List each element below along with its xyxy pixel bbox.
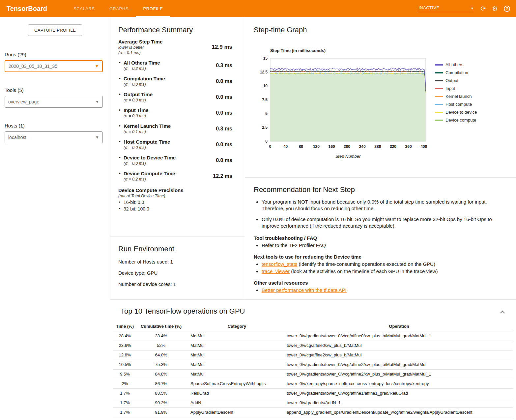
legend-item: All others [435,62,477,67]
metric-left: Device to Device Time(σ = 0.0 ms) [118,155,176,166]
svg-text:240: 240 [359,144,366,149]
tool-suggestion-item: trace_viewer (look at the activities on … [262,268,507,274]
metric-left: Device Compute Time(σ = 0.2 ms) [118,171,175,182]
operation-cell: tower_0/v/gradients/tower_0/v/cg/affine2… [285,369,513,379]
metric-sigma: (σ = 0.0 ms) [124,145,170,150]
svg-text:360: 360 [405,144,412,149]
legend-item: Output [435,78,477,83]
category-cell: SparseSoftmaxCrossEntropyWithLogits [186,379,285,388]
table-row: 9.5%84.8%MatMultower_0/v/gradients/tower… [113,369,513,379]
legend-swatch [435,112,443,113]
time-cell: 23.6% [113,341,136,350]
category-cell: MatMul [186,331,285,341]
tab-graphs[interactable]: GRAPHS [102,0,136,17]
metric-left: All Others Time(σ = 0.2 ms) [118,60,160,71]
top-ops-section: Top 10 TensorFlow operations on GPU Time… [110,299,516,417]
metric-value: 0.0 ms [216,142,232,148]
time-cell: 10.5% [113,360,136,369]
operation-cell: tower_0/v/gradients/AddN_1 [285,398,513,407]
metric-label: All Others Time [124,60,160,66]
run-environment-lines: Number of Hosts used: 1Device type: GPUN… [118,259,237,287]
cumulative-cell: 84.8% [136,369,186,379]
tab-bar: SCALARS GRAPHS PROFILE [66,0,170,17]
time-cell: 2% [113,379,136,388]
metric-sigma: (σ = 0.0 ms) [124,114,149,118]
svg-text:120: 120 [313,144,320,149]
metric-label: Device to Device Time [124,155,176,160]
status-dropdown-value: INACTIVE [418,5,439,10]
precisions-note: (out of Total Device Time) [118,194,237,198]
gear-icon[interactable]: ⚙ [492,5,498,12]
legend-label: Compilation [445,70,468,75]
runs-select[interactable]: 2020_03_05_18_31_35 ▼ [5,60,103,72]
legend-label: Host compute [445,102,472,107]
cumulative-cell: 52% [136,341,186,350]
svg-text:15: 15 [263,56,268,61]
category-cell: ApplyGradientDescent [186,407,285,417]
metric-value: 0.0 ms [216,78,232,84]
metrics-list: All Others Time(σ = 0.2 ms)0.3 msCompila… [118,60,237,182]
legend-label: Output [445,78,458,83]
operation-cell: tower_0/v/gradients/tower_0/v/cg/affine2… [285,360,513,369]
time-cell: 1.7% [113,388,136,398]
tools-label: Tools (5) [5,87,110,93]
cumulative-header: Cumulative time (%) [136,322,186,331]
tab-scalars[interactable]: SCALARS [66,0,102,17]
tfdata-performance-link[interactable]: Better performance with the tf.data API [262,287,347,293]
svg-text:0: 0 [269,144,272,149]
cumulative-cell: 88.5% [136,388,186,398]
metric-row: Output Time(σ = 0.0 ms)0.0 ms [118,92,237,102]
runs-label: Runs (29) [5,52,110,57]
legend-swatch [435,88,443,89]
next-tools-heading: Next tools to use for reducing the Devic… [254,254,507,260]
tool-link[interactable]: trace_viewer [262,268,290,274]
metric-left: Kernel Launch Time(σ = 0.1 ms) [118,123,171,134]
metric-left: Host Compute Time(σ = 0.0 ms) [118,139,170,150]
tab-profile[interactable]: PROFILE [136,0,170,17]
legend-swatch [435,72,443,73]
tool-link[interactable]: tensorflow_stats [262,261,297,267]
tool-link-description: (look at the activities on the timeline … [290,268,438,274]
legend-label: Kernel launch [445,94,472,99]
legend-label: Device to device [445,110,477,115]
collapse-section-button[interactable] [499,309,506,316]
metric-sigma: (σ = 0.1 ms) [124,129,171,134]
faq-list: Refer to the TF2 Profiler FAQ [262,242,507,248]
precision-item: 32-bit: 100.0 [118,206,237,211]
refresh-icon[interactable]: ⟳ [480,5,486,12]
metric-row: Input Time(σ = 0.0 ms)0.0 ms [118,107,237,118]
time-cell: 12.8% [113,350,136,360]
tools-select[interactable]: overview_page ▼ [5,96,103,108]
svg-text:5: 5 [265,111,268,116]
help-icon[interactable]: ? [504,6,510,12]
time-cell: 1.7% [113,398,136,407]
metric-label: Input Time [124,107,149,113]
recommendation-title: Recommendation for Next Step [254,185,507,194]
environment-line: Number of device cores: 1 [118,281,237,287]
table-header-row: Time (%)Cumulative time (%)CategoryOpera… [113,322,513,331]
svg-text:7.5: 7.5 [262,98,268,102]
other-resources-heading: Other useful resources [254,280,507,286]
time-cell: 28.4% [113,331,136,341]
table-row: 1.7%90.2%AddNtower_0/v/gradients/AddN_1 [113,398,513,407]
metric-row: Compilation Time(σ = 0.0 ms)0.0 ms [118,76,237,87]
average-step-time-value: 12.9 ms [212,44,232,50]
metric-value: 0.0 ms [216,110,232,116]
svg-text:280: 280 [374,144,381,149]
legend-item: Kernel launch [435,94,477,99]
cumulative-cell: 75.3% [136,360,186,369]
legend-swatch [435,64,443,66]
top-bar: TensorBoard SCALARS GRAPHS PROFILE INACT… [0,0,516,17]
legend-swatch [435,104,443,105]
capture-profile-button[interactable]: CAPTURE PROFILE [28,24,82,36]
legend-swatch [435,96,443,97]
chevron-down-icon: ▼ [95,64,99,69]
status-dropdown[interactable]: INACTIVE ▼ [418,5,474,12]
metric-label: Host Compute Time [124,139,170,145]
metric-sigma: (σ = 0.0 ms) [124,82,165,87]
metric-sigma: (σ = 0.2 ms) [124,177,175,182]
metric-sigma: (σ = 0.0 ms) [124,98,153,102]
hosts-select[interactable]: localhost ▼ [5,131,103,143]
legend-swatch [435,80,443,81]
tool-link-description: (identify the time-consuming operations … [297,261,435,267]
